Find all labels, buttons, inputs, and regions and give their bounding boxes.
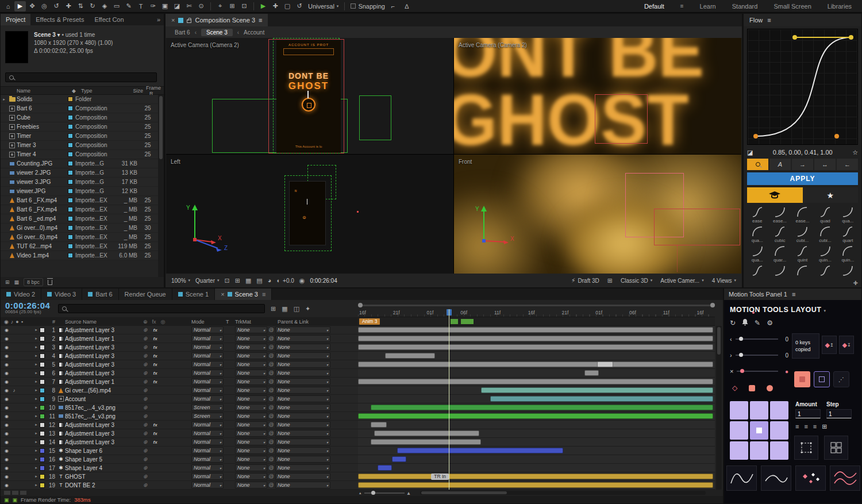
shy-toggle[interactable]: ⊕: [143, 361, 148, 367]
layer-row[interactable]: ◉▸12Adjustment Layer 3⊕fxNormal▾None▾@No…: [1, 421, 358, 429]
shy-toggle[interactable]: ⊕: [143, 439, 148, 445]
flow-preset[interactable]: ease...: [791, 206, 814, 224]
shy-toggle[interactable]: ⊕: [143, 370, 148, 376]
anchor-bottom-right[interactable]: [770, 441, 788, 460]
layout-dropdown[interactable]: MOTION TOOLS LAYOUT ▾: [730, 306, 826, 314]
parent-select[interactable]: None▾: [275, 326, 330, 333]
workspace-learn[interactable]: Learn: [700, 3, 716, 10]
graph-row[interactable]: [358, 352, 715, 360]
zoom-knob[interactable]: [371, 491, 375, 495]
label-color-cell[interactable]: [40, 379, 47, 384]
visibility-toggle[interactable]: ◉: [3, 345, 10, 350]
anchor-top-right[interactable]: [770, 401, 788, 420]
shy-toggle[interactable]: ⊕: [143, 344, 148, 350]
layer-row[interactable]: ◉▸13Adjustment Layer 3⊕fxNormal▾None▾@No…: [1, 429, 358, 438]
flow-preset[interactable]: quar...: [768, 245, 791, 263]
label-color-chip[interactable]: [68, 133, 73, 138]
anchor-bottom-center[interactable]: [750, 441, 768, 460]
toggle-modes-icon[interactable]: [12, 491, 18, 495]
graph-row[interactable]: [358, 386, 715, 395]
type-tool-icon[interactable]: T: [135, 1, 147, 11]
magnification-dropdown[interactable]: 100%▾: [171, 278, 190, 284]
trkmat-select[interactable]: None▾: [235, 344, 267, 351]
label-color-chip[interactable]: [68, 179, 73, 184]
label-color-cell[interactable]: [40, 448, 47, 453]
view-active-camera-1[interactable]: Active Camera (Camera 2) ACCOUNT IS PROT…: [166, 38, 453, 154]
graph-row[interactable]: [358, 378, 715, 386]
ease-out-direction-button[interactable]: →: [792, 159, 813, 170]
layer-row[interactable]: ◉▸17✱Shape Layer 4⊕Normal▾None▾@None▾: [1, 464, 358, 472]
local-axis-mode-icon[interactable]: ⌖: [214, 1, 226, 11]
pickwhip-icon[interactable]: @: [267, 336, 275, 341]
shy-toggle[interactable]: ⊕: [143, 405, 148, 410]
graph-row[interactable]: [358, 412, 715, 421]
pickwhip-icon[interactable]: @: [267, 327, 275, 333]
fast-previews-button[interactable]: ⚡Draft 3D: [571, 277, 599, 284]
trkmat-select[interactable]: None▾: [235, 404, 267, 411]
diamond-key-icon[interactable]: ◇: [732, 384, 737, 392]
visibility-toggle[interactable]: ◉: [3, 414, 10, 419]
mode-select[interactable]: Normal▾: [191, 473, 224, 480]
favorite-star-icon[interactable]: ☆: [852, 149, 858, 156]
parent-select[interactable]: None▾: [275, 378, 330, 385]
panel-menu-icon[interactable]: ≡: [792, 291, 795, 298]
trkmat-select[interactable]: None▾: [235, 473, 267, 480]
label-color-chip[interactable]: [68, 143, 73, 148]
align-center-icon[interactable]: ≡: [804, 423, 807, 430]
fx-toggle[interactable]: fx: [153, 353, 157, 359]
breadcrumb-bart-6[interactable]: Bart 6: [175, 29, 190, 36]
expander-icon[interactable]: ▸: [33, 379, 40, 384]
visibility-toggle[interactable]: ◉: [3, 422, 10, 428]
mode-select[interactable]: Normal▾: [191, 352, 224, 359]
layer-row[interactable]: ◉▸7Adjustment Layer 1⊕fxNormal▾None▾@Non…: [1, 378, 358, 386]
pickwhip-icon[interactable]: @: [267, 361, 275, 367]
flow-preset[interactable]: cubi...: [791, 225, 814, 243]
workspace-libraries[interactable]: Libraries: [828, 3, 852, 10]
graph-row[interactable]: [358, 464, 715, 472]
project-row[interactable]: Counting.JPGImporte...G31 KB: [1, 159, 158, 168]
prev-key-slider[interactable]: ‹ 0: [730, 336, 788, 343]
view-left[interactable]: Left ≋ ⊜ Y X Z: [166, 155, 453, 274]
ease-both-direction-button[interactable]: ↔: [814, 159, 836, 170]
panel-menu-icon[interactable]: ≡: [259, 17, 262, 24]
project-row[interactable]: viewer.JPGImporte...G12 KB: [1, 187, 158, 196]
flow-preset[interactable]: cubi...: [814, 225, 836, 243]
fx-toggle[interactable]: fx: [153, 379, 157, 384]
solid-key-button[interactable]: [794, 371, 810, 387]
orbit-camera-tool-icon[interactable]: ↺: [51, 1, 62, 11]
label-color-cell[interactable]: [40, 397, 47, 402]
shy-toggle[interactable]: ⊕: [143, 465, 148, 471]
flow-preset[interactable]: qua...: [746, 245, 768, 263]
more-panels-icon[interactable]: »: [153, 14, 164, 25]
parent-select[interactable]: None▾: [275, 361, 330, 368]
label-color-chip[interactable]: [68, 170, 73, 175]
timeline-tab-render-queue[interactable]: Render Queue: [119, 288, 172, 300]
layer-bar[interactable]: [358, 474, 713, 479]
column-size[interactable]: Size: [118, 88, 143, 94]
project-row[interactable]: viewer 3.JPGImporte...G17 KB: [1, 178, 158, 187]
shy-toggle[interactable]: ⊕: [143, 396, 148, 402]
label-color-chip[interactable]: [68, 207, 73, 212]
parent-select[interactable]: None▾: [275, 473, 330, 480]
expander-icon[interactable]: ▸: [33, 431, 40, 436]
graph-row[interactable]: [358, 421, 715, 429]
workspace-small-screen[interactable]: Small Screen: [774, 3, 811, 10]
label-color-chip[interactable]: [68, 124, 73, 129]
flow-preset[interactable]: [768, 264, 791, 282]
column-label[interactable]: ◆: [72, 88, 81, 94]
visibility-toggle[interactable]: ◉: [3, 440, 10, 445]
parent-select[interactable]: None▾: [275, 438, 330, 445]
expander-icon[interactable]: ▸: [33, 328, 40, 332]
visibility-toggle[interactable]: ◉: [3, 448, 10, 453]
universal-dropdown[interactable]: Universal ▾: [306, 3, 341, 10]
label-color-cell[interactable]: [40, 371, 47, 376]
camera-shy-icon[interactable]: ◫: [294, 305, 299, 313]
close-icon[interactable]: ×: [221, 291, 224, 298]
project-row[interactable]: Timer 3Composition25: [1, 141, 158, 150]
paste-keys-button[interactable]: ◆↧: [839, 336, 854, 354]
text-mode-button[interactable]: A: [769, 159, 791, 170]
toggle-switches-icon[interactable]: [4, 491, 10, 495]
layer-row[interactable]: ◉▸118517ec_...4_v3.png⊕Screen▾None▾@None…: [1, 412, 358, 421]
visibility-toggle[interactable]: ◉: [3, 379, 10, 384]
flow-preset[interactable]: cubic: [768, 225, 791, 243]
